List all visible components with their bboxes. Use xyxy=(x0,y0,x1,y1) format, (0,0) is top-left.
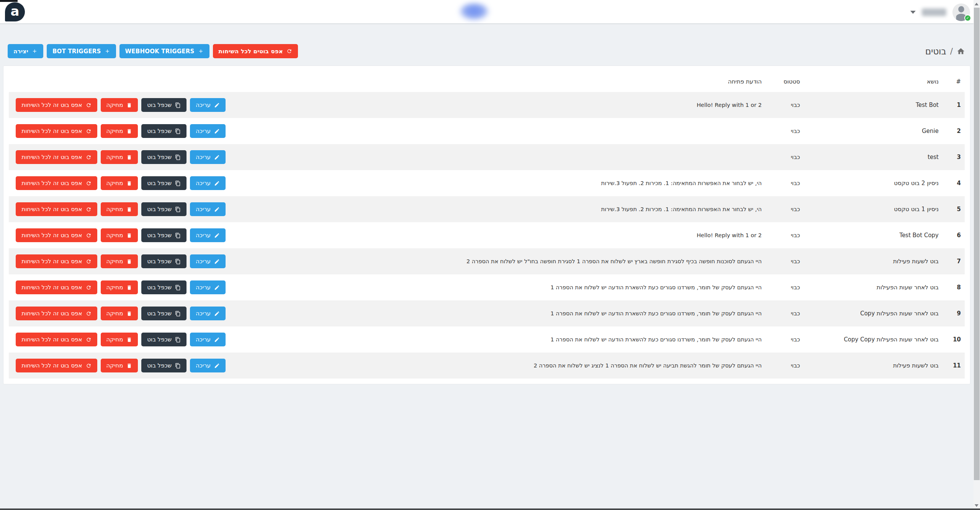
button-label: אפס בוט זה לכל השיחות xyxy=(21,232,82,239)
pencil-icon xyxy=(214,337,220,343)
delete-button[interactable]: מחיקה xyxy=(101,150,138,164)
reset-bot-button[interactable]: אפס בוט זה לכל השיחות xyxy=(16,333,97,346)
bot-subject: Test Bot Copy xyxy=(804,222,942,248)
button-label: שכפל בוט xyxy=(147,128,172,134)
reset-all-bots-button[interactable]: אפס בוטים לכל השיחות xyxy=(213,44,298,58)
delete-button[interactable]: מחיקה xyxy=(101,228,138,242)
table-row: 7 בוט לשעות פעילות כבוי היי הגעתם לסוכנו… xyxy=(9,248,965,274)
duplicate-bot-button[interactable]: שכפל בוט xyxy=(141,333,187,346)
reset-bot-button[interactable]: אפס בוט זה לכל השיחות xyxy=(16,254,97,268)
button-label: עריכה xyxy=(196,102,211,108)
duplicate-bot-button[interactable]: שכפל בוט xyxy=(141,228,187,242)
bot-status: כבוי xyxy=(766,170,804,196)
delete-button[interactable]: מחיקה xyxy=(101,307,138,320)
bot-opening-message: Hello! Reply with 1 or 2 xyxy=(229,92,766,118)
reset-bot-button[interactable]: אפס בוט זה לכל השיחות xyxy=(16,307,97,320)
content-header: / בוטים יצירהBOT TRIGGERSWEBHOOK TRIGGER… xyxy=(8,44,965,58)
edit-button[interactable]: עריכה xyxy=(190,228,226,242)
duplicate-bot-button[interactable]: שכפל בוט xyxy=(141,307,187,320)
duplicate-bot-button[interactable]: שכפל בוט xyxy=(141,98,187,112)
trash-icon xyxy=(126,128,132,134)
edit-button[interactable]: עריכה xyxy=(190,254,226,268)
bot-subject: ניסיון 1 בוט טקסט xyxy=(804,196,942,222)
delete-button[interactable]: מחיקה xyxy=(101,333,138,346)
bot-opening-message: הי, יש לבחור את האפשרות המתאימה: 1. מכיר… xyxy=(229,170,766,196)
bot-opening-message: היי הגעתם לעסק של תומר, משרדנו סגורים כע… xyxy=(229,274,766,300)
home-icon[interactable] xyxy=(957,47,965,56)
reset-bot-button[interactable]: אפס בוט זה לכל השיחות xyxy=(16,202,97,216)
edit-button[interactable]: עריכה xyxy=(190,333,226,346)
bots-table-card: # נושא סטטוס הודעת פתיחה 1 Test Bot כבוי… xyxy=(3,66,970,384)
reset-bot-button[interactable]: אפס בוט זה לכל השיחות xyxy=(16,98,97,112)
user-menu[interactable]: ✓ xyxy=(910,0,970,24)
pencil-icon xyxy=(214,233,220,238)
chevron-down-icon[interactable] xyxy=(910,11,916,14)
bot-opening-message: Hello! Reply with 1 or 2 xyxy=(229,222,766,248)
bot-opening-message xyxy=(229,118,766,144)
edit-button[interactable]: עריכה xyxy=(190,280,226,294)
vertical-scrollbar[interactable] xyxy=(973,0,980,510)
refresh-icon xyxy=(86,128,92,134)
webhook-triggers-button[interactable]: WEBHOOK TRIGGERS xyxy=(119,44,209,58)
duplicate-bot-button[interactable]: שכפל בוט xyxy=(141,280,187,294)
bot-subject: בוט לאחר שעות הפעילות Copy xyxy=(804,300,942,326)
edit-button[interactable]: עריכה xyxy=(190,124,226,138)
edit-button[interactable]: עריכה xyxy=(190,150,226,164)
row-actions: עריכהשכפל בוטמחיקהאפס בוט זה לכל השיחות xyxy=(13,202,226,216)
pencil-icon xyxy=(214,154,220,160)
duplicate-bot-button[interactable]: שכפל בוט xyxy=(141,254,187,268)
reset-bot-button[interactable]: אפס בוט זה לכל השיחות xyxy=(16,124,97,138)
row-actions: עריכהשכפל בוטמחיקהאפס בוט זה לכל השיחות xyxy=(13,150,226,164)
online-check-icon: ✓ xyxy=(964,15,971,21)
row-index: 3 xyxy=(942,144,965,170)
button-label: שכפל בוט xyxy=(147,284,172,291)
main-content: / בוטים יצירהBOT TRIGGERSWEBHOOK TRIGGER… xyxy=(0,25,973,384)
bot-opening-message: היי הגעתם לעסק של תומר להגשת תביעה יש לש… xyxy=(229,353,766,379)
pencil-icon xyxy=(214,363,220,369)
scroll-up-icon[interactable] xyxy=(975,3,978,5)
edit-button[interactable]: עריכה xyxy=(190,307,226,320)
scrollbar-thumb[interactable] xyxy=(974,8,980,480)
row-index: 7 xyxy=(942,248,965,274)
delete-button[interactable]: מחיקה xyxy=(101,202,138,216)
bot-opening-message: היי הגעתם לעסק של תומר, משרדנו סגורים כע… xyxy=(229,326,766,353)
duplicate-bot-button[interactable]: שכפל בוט xyxy=(141,359,187,372)
avatar[interactable]: ✓ xyxy=(952,3,970,21)
copy-icon xyxy=(175,285,181,290)
table-row: 8 בוט לאחר שעות הפעילות כבוי היי הגעתם ל… xyxy=(9,274,965,300)
table-row: 3 test כבוי עריכהשכפל בוטמחיקהאפס בוט זה… xyxy=(9,144,965,170)
table-row: 11 בוט לשעות פעילות כבוי היי הגעתם לעסק … xyxy=(9,353,965,379)
header-status: סטטוס xyxy=(766,71,804,92)
edit-button[interactable]: עריכה xyxy=(190,359,226,372)
duplicate-bot-button[interactable]: שכפל בוט xyxy=(141,176,187,190)
button-label: מחיקה xyxy=(106,154,123,161)
create-button[interactable]: יצירה xyxy=(8,44,43,58)
reset-bot-button[interactable]: אפס בוט זה לכל השיחות xyxy=(16,150,97,164)
edit-button[interactable]: עריכה xyxy=(190,98,226,112)
refresh-icon xyxy=(86,207,92,212)
scroll-down-icon[interactable] xyxy=(975,504,978,507)
delete-button[interactable]: מחיקה xyxy=(101,176,138,190)
row-index: 6 xyxy=(942,222,965,248)
reset-bot-button[interactable]: אפס בוט זה לכל השיחות xyxy=(16,228,97,242)
reset-bot-button[interactable]: אפס בוט זה לכל השיחות xyxy=(16,280,97,294)
delete-button[interactable]: מחיקה xyxy=(101,254,138,268)
delete-button[interactable]: מחיקה xyxy=(101,124,138,138)
trash-icon xyxy=(126,285,132,290)
reset-bot-button[interactable]: אפס בוט זה לכל השיחות xyxy=(16,359,97,372)
button-label: אפס בוט זה לכל השיחות xyxy=(21,310,82,317)
edit-button[interactable]: עריכה xyxy=(190,202,226,216)
reset-bot-button[interactable]: אפס בוט זה לכל השיחות xyxy=(16,176,97,190)
delete-button[interactable]: מחיקה xyxy=(101,359,138,372)
delete-button[interactable]: מחיקה xyxy=(101,98,138,112)
bot-triggers-button[interactable]: BOT TRIGGERS xyxy=(47,44,116,58)
duplicate-bot-button[interactable]: שכפל בוט xyxy=(141,124,187,138)
button-label: אפס בוט זה לכל השיחות xyxy=(21,284,82,291)
delete-button[interactable]: מחיקה xyxy=(101,280,138,294)
duplicate-bot-button[interactable]: שכפל בוט xyxy=(141,202,187,216)
app-logo[interactable]: a xyxy=(5,2,25,21)
edit-button[interactable]: עריכה xyxy=(190,176,226,190)
button-label: עריכה xyxy=(196,128,211,134)
button-label: שכפל בוט xyxy=(147,310,172,317)
duplicate-bot-button[interactable]: שכפל בוט xyxy=(141,150,187,164)
